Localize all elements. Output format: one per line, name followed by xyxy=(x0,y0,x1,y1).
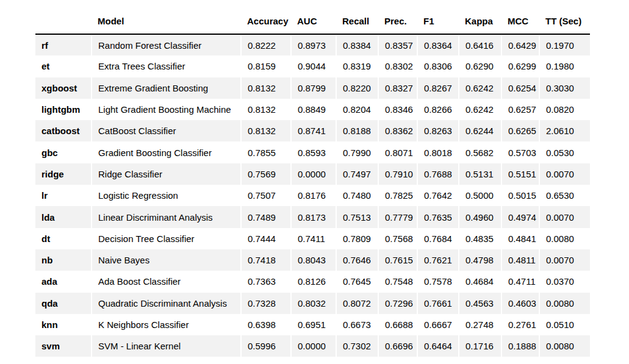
table-row-nb: nbNaive Bayes0.74180.80430.76460.76150.7… xyxy=(35,249,590,271)
table-row-lda: ldaLinear Discriminant Analysis0.74890.8… xyxy=(35,206,590,227)
metric-cell-auc: 0.8593 xyxy=(291,141,336,163)
metric-cell-prec: 0.8302 xyxy=(378,55,417,77)
table-row-ada: adaAda Boost Classifier0.73630.81260.764… xyxy=(35,271,590,292)
model-name-cell: Light Gradient Boosting Machine xyxy=(92,99,241,120)
metric-cell-recall: 0.8319 xyxy=(336,55,378,77)
metric-cell-f1: 0.7661 xyxy=(417,293,459,314)
metric-cell-kappa: 0.6242 xyxy=(459,99,501,120)
metric-cell-f1: 0.7684 xyxy=(417,228,459,249)
metric-cell-kappa: 0.5682 xyxy=(459,141,501,163)
metric-cell-accuracy: 0.7855 xyxy=(241,141,291,163)
table-body: rfRandom Forest Classifier0.82220.89730.… xyxy=(35,34,590,357)
row-index-ada: ada xyxy=(35,271,92,292)
metric-cell-recall: 0.7513 xyxy=(336,206,378,227)
row-index-nb: nb xyxy=(35,249,92,271)
metric-cell-mcc: 0.6429 xyxy=(501,34,539,55)
table-row-ridge: ridgeRidge Classifier0.75690.00000.74970… xyxy=(35,163,590,185)
metric-cell-auc: 0.0000 xyxy=(291,335,336,357)
row-index-lr: lr xyxy=(35,185,92,206)
row-index-dt: dt xyxy=(35,228,92,249)
column-header-tt-sec: TT (Sec) xyxy=(539,12,590,34)
model-name-cell: Extra Trees Classifier xyxy=(92,55,241,77)
model-name-cell: Random Forest Classifier xyxy=(92,34,241,55)
metric-cell-prec: 0.7615 xyxy=(378,249,417,271)
column-header-kappa: Kappa xyxy=(459,12,501,34)
metric-cell-recall: 0.7645 xyxy=(336,271,378,292)
metric-cell-mcc: 0.2761 xyxy=(501,314,539,335)
metric-cell-auc: 0.9044 xyxy=(291,55,336,77)
metric-cell-accuracy: 0.8132 xyxy=(241,99,291,120)
metric-cell-mcc: 0.5703 xyxy=(501,141,539,163)
metric-cell-auc: 0.8741 xyxy=(291,120,336,141)
column-header-f1: F1 xyxy=(417,12,459,34)
metric-cell-mcc: 0.6254 xyxy=(501,77,539,99)
table-row-lightgbm: lightgbmLight Gradient Boosting Machine0… xyxy=(35,99,590,120)
tt-cell: 0.0820 xyxy=(539,99,590,120)
metric-cell-auc: 0.8799 xyxy=(291,77,336,99)
metric-cell-kappa: 0.6242 xyxy=(459,77,501,99)
metric-cell-recall: 0.6673 xyxy=(336,314,378,335)
metric-cell-kappa: 0.6416 xyxy=(459,34,501,55)
metric-cell-f1: 0.7642 xyxy=(417,185,459,206)
metric-cell-prec: 0.8071 xyxy=(378,141,417,163)
metric-cell-kappa: 0.4835 xyxy=(459,228,501,249)
metric-cell-prec: 0.8346 xyxy=(378,99,417,120)
metric-cell-auc: 0.8173 xyxy=(291,206,336,227)
metric-cell-recall: 0.8204 xyxy=(336,99,378,120)
metric-cell-f1: 0.7578 xyxy=(417,271,459,292)
tt-cell: 0.0510 xyxy=(539,314,590,335)
metric-cell-prec: 0.8327 xyxy=(378,77,417,99)
metric-cell-kappa: 0.5000 xyxy=(459,185,501,206)
table-row-catboost: catboostCatBoost Classifier0.81320.87410… xyxy=(35,120,590,141)
metric-cell-kappa: 0.4960 xyxy=(459,206,501,227)
metric-cell-accuracy: 0.6398 xyxy=(241,314,291,335)
metric-cell-accuracy: 0.7489 xyxy=(241,206,291,227)
metric-cell-kappa: 0.4563 xyxy=(459,293,501,314)
metric-cell-auc: 0.7411 xyxy=(291,228,336,249)
metric-cell-prec: 0.7779 xyxy=(378,206,417,227)
notebook-output-area: { "colors": { "highlight_best": "#ffff00… xyxy=(0,0,629,364)
metric-cell-f1: 0.8018 xyxy=(417,141,459,163)
model-name-cell: Extreme Gradient Boosting xyxy=(92,77,241,99)
metric-cell-kappa: 0.5131 xyxy=(459,163,501,185)
metric-cell-recall: 0.8188 xyxy=(336,120,378,141)
metric-cell-recall: 0.7302 xyxy=(336,335,378,357)
tt-cell: 0.0070 xyxy=(539,206,590,227)
model-name-cell: Linear Discriminant Analysis xyxy=(92,206,241,227)
metric-cell-prec: 0.7825 xyxy=(378,185,417,206)
table-row-lr: lrLogistic Regression0.75070.81760.74800… xyxy=(35,185,590,206)
row-index-svm: svm xyxy=(35,335,92,357)
metric-cell-auc: 0.8126 xyxy=(291,271,336,292)
metric-cell-accuracy: 0.7363 xyxy=(241,271,291,292)
metric-cell-mcc: 0.5015 xyxy=(501,185,539,206)
table-row-et: etExtra Trees Classifier0.81590.90440.83… xyxy=(35,55,590,77)
model-name-cell: SVM - Linear Kernel xyxy=(92,335,241,357)
metric-cell-kappa: 0.2748 xyxy=(459,314,501,335)
metric-cell-auc: 0.8176 xyxy=(291,185,336,206)
metric-cell-mcc: 0.4811 xyxy=(501,249,539,271)
metric-cell-f1: 0.8266 xyxy=(417,99,459,120)
metric-cell-accuracy: 0.8159 xyxy=(241,55,291,77)
metric-cell-prec: 0.7910 xyxy=(378,163,417,185)
model-comparison-table: ModelAccuracyAUCRecallPrec.F1KappaMCCTT … xyxy=(35,12,590,357)
model-comparison-output: ModelAccuracyAUCRecallPrec.F1KappaMCCTT … xyxy=(35,12,590,357)
metric-cell-auc: 0.8973 xyxy=(291,34,336,55)
metric-cell-f1: 0.8263 xyxy=(417,120,459,141)
metric-cell-kappa: 0.4684 xyxy=(459,271,501,292)
metric-cell-mcc: 0.4974 xyxy=(501,206,539,227)
metric-cell-recall: 0.8220 xyxy=(336,77,378,99)
metric-cell-recall: 0.7646 xyxy=(336,249,378,271)
metric-cell-mcc: 0.6265 xyxy=(501,120,539,141)
tt-cell: 2.0610 xyxy=(539,120,590,141)
metric-cell-recall: 0.7990 xyxy=(336,141,378,163)
metric-cell-recall: 0.7480 xyxy=(336,185,378,206)
tt-cell: 0.1980 xyxy=(539,55,590,77)
metric-cell-prec: 0.8357 xyxy=(378,34,417,55)
row-index-gbc: gbc xyxy=(35,141,92,163)
metric-cell-auc: 0.0000 xyxy=(291,163,336,185)
tt-cell: 0.0080 xyxy=(539,335,590,357)
metric-cell-f1: 0.8306 xyxy=(417,55,459,77)
row-index-qda: qda xyxy=(35,293,92,314)
metric-cell-f1: 0.7635 xyxy=(417,206,459,227)
table-row-rf: rfRandom Forest Classifier0.82220.89730.… xyxy=(35,34,590,55)
